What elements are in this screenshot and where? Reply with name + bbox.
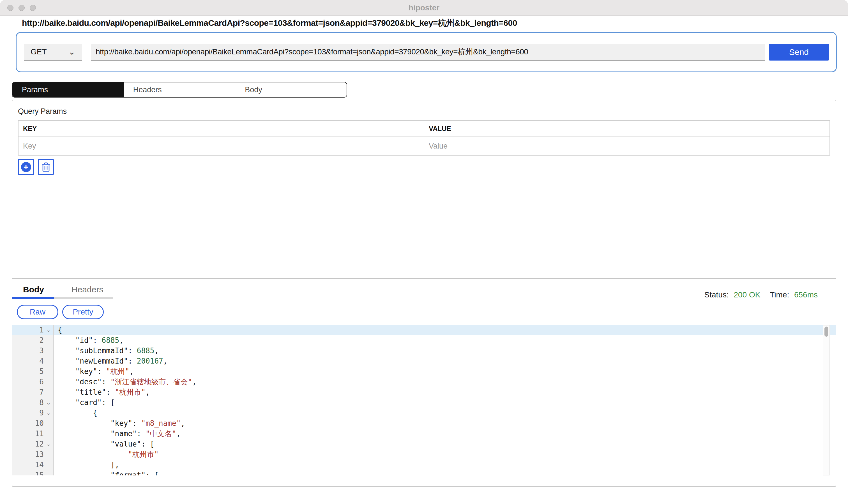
code-line-text: "format": [ (54, 470, 159, 475)
plus-icon: + (21, 162, 31, 172)
method-select[interactable]: GET ⌄ (24, 44, 82, 60)
line-number-gutter: 12⌄ (12, 439, 54, 449)
code-line-text: "杭州市" (54, 449, 159, 460)
request-url-heading: http://baike.baidu.com/api/openapi/Baike… (22, 17, 517, 29)
line-number: 6 (39, 377, 44, 387)
line-number-gutter: 6 (12, 377, 54, 387)
line-number: 10 (35, 418, 44, 429)
line-number: 3 (39, 346, 44, 356)
fold-spacer (44, 460, 53, 470)
pretty-button[interactable]: Pretty (62, 305, 104, 319)
line-number-gutter: 7 (12, 387, 54, 397)
line-number: 9 (39, 408, 44, 418)
code-line: 3 "subLemmaId": 6885, (12, 346, 836, 356)
response-status: Status: 200 OK Time: 656ms (704, 290, 818, 299)
key-column-header: KEY (18, 121, 424, 137)
response-tab-body[interactable]: Body (23, 285, 44, 294)
code-line: 5 "key": "杭州", (12, 366, 836, 377)
status-label: Status: (704, 290, 729, 299)
chevron-down-icon: ⌄ (68, 48, 75, 56)
panel-divider (12, 278, 836, 279)
line-number-gutter: 8⌄ (12, 397, 54, 408)
code-line-text: "subLemmaId": 6885, (54, 346, 159, 356)
line-number-gutter: 5 (12, 366, 54, 377)
code-line-text: "newLemmaId": 200167, (54, 356, 167, 366)
time-value: 656ms (794, 290, 818, 299)
code-line-text: { (54, 325, 62, 335)
code-line: 7 "title": "杭州市", (12, 387, 836, 397)
line-number: 14 (35, 460, 44, 470)
code-line: 6 "desc": "浙江省辖地级市、省会", (12, 377, 836, 387)
fold-spacer (44, 449, 53, 460)
code-line-text: { (54, 408, 97, 418)
code-line: 2 "id": 6885, (12, 335, 836, 346)
trash-icon (41, 162, 51, 172)
code-line: 13 "杭州市" (12, 449, 836, 460)
param-key-input[interactable] (20, 138, 423, 154)
tab-headers[interactable]: Headers (124, 83, 235, 97)
fold-chevron-icon[interactable]: ⌄ (44, 439, 53, 449)
send-button[interactable]: Send (769, 44, 829, 60)
line-number: 4 (39, 356, 44, 366)
fold-chevron-icon[interactable]: ⌄ (44, 408, 53, 418)
url-input[interactable] (91, 44, 765, 60)
line-number: 12 (35, 439, 44, 449)
fold-spacer (44, 470, 53, 475)
method-label: GET (31, 47, 47, 56)
code-line-text: "value": [ (54, 439, 154, 449)
line-number: 1 (39, 325, 44, 335)
code-line-text: ], (54, 460, 119, 470)
line-number-gutter: 9⌄ (12, 408, 54, 418)
code-line: 14 ], (12, 460, 836, 470)
line-number: 8 (39, 397, 44, 408)
status-value: 200 OK (734, 290, 760, 299)
line-number-gutter: 10 (12, 418, 54, 429)
request-bar: GET ⌄ Send (16, 32, 837, 72)
fold-spacer (44, 418, 53, 429)
line-number: 13 (35, 449, 44, 460)
response-section: Body Headers Status: 200 OK Time: 656ms … (12, 284, 836, 475)
code-line: 11 "name": "中文名", (12, 429, 836, 439)
main-panel: Query Params KEY VALUE + (12, 100, 836, 487)
scrollbar-thumb[interactable] (825, 327, 828, 337)
line-number-gutter: 11 (12, 429, 54, 439)
code-line-text: "name": "中文名", (54, 429, 181, 439)
line-number-gutter: 15 (12, 470, 54, 475)
fold-chevron-icon[interactable]: ⌄ (44, 397, 53, 408)
fold-spacer (44, 356, 53, 366)
active-tab-indicator (12, 297, 54, 299)
fold-chevron-icon[interactable]: ⌄ (44, 325, 53, 335)
code-line: 10 "key": "m8_name", (12, 418, 836, 429)
param-value-input[interactable] (425, 138, 828, 154)
code-line: 15 "format": [ (12, 470, 836, 475)
raw-button[interactable]: Raw (17, 305, 58, 319)
code-line-text: "card": [ (54, 397, 115, 408)
scrollbar[interactable] (823, 325, 830, 475)
line-number-gutter: 1⌄ (12, 325, 54, 335)
line-number: 2 (39, 335, 44, 346)
param-actions: + (18, 159, 830, 175)
titlebar: hiposter (0, 0, 848, 16)
code-line: 9⌄ { (12, 408, 836, 418)
code-line-text: "id": 6885, (54, 335, 124, 346)
line-number: 11 (35, 429, 44, 439)
code-line: 8⌄ "card": [ (12, 397, 836, 408)
line-number-gutter: 13 (12, 449, 54, 460)
line-number: 7 (39, 387, 44, 397)
code-line: 12⌄ "value": [ (12, 439, 836, 449)
add-param-button[interactable]: + (18, 159, 34, 175)
tab-params[interactable]: Params (12, 83, 124, 97)
time-label: Time: (770, 290, 789, 299)
value-column-header: VALUE (424, 121, 830, 137)
line-number-gutter: 4 (12, 356, 54, 366)
delete-param-button[interactable] (38, 159, 54, 175)
tab-body[interactable]: Body (235, 83, 347, 97)
response-tab-headers[interactable]: Headers (71, 285, 103, 294)
query-params-table: KEY VALUE (18, 120, 830, 156)
query-params-title: Query Params (18, 107, 830, 116)
fold-spacer (44, 387, 53, 397)
line-number-gutter: 3 (12, 346, 54, 356)
fold-spacer (44, 429, 53, 439)
fold-spacer (44, 366, 53, 377)
code-line: 1⌄{ (12, 325, 836, 335)
